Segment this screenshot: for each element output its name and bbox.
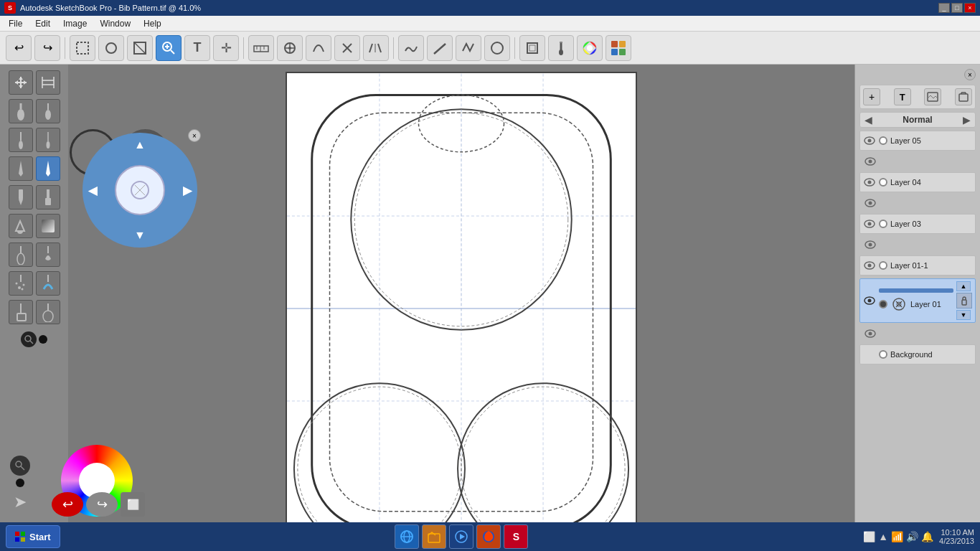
brush-soft-button[interactable] (9, 99, 33, 123)
search-icon-indicator[interactable] (21, 331, 37, 347)
ruler-button[interactable] (248, 35, 274, 61)
notification-icon[interactable]: 🔔 (921, 531, 933, 542)
special-brush-1[interactable] (9, 242, 33, 267)
text-layer-button[interactable]: T (894, 88, 911, 105)
history-back-button[interactable]: ↩ (52, 492, 83, 517)
show-desktop-icon[interactable]: ⬜ (863, 531, 875, 542)
add-layer-button[interactable]: + (863, 88, 880, 105)
layer-item-05[interactable]: Layer 05 (859, 131, 976, 151)
background-radio[interactable] (879, 350, 887, 359)
layer-05-radio[interactable] (879, 136, 887, 145)
select-rect-button[interactable] (70, 35, 95, 61)
nav-down-arrow[interactable]: ▼ (134, 229, 146, 242)
navigator-center[interactable] (115, 165, 165, 215)
color-wheel-button[interactable] (577, 35, 603, 61)
layer-05-eye-2[interactable] (864, 155, 877, 168)
soft-eraser-button[interactable] (36, 300, 60, 324)
delete-layer-button[interactable] (955, 88, 972, 105)
redo-button[interactable]: ↪ (34, 35, 60, 61)
titlebar-controls[interactable]: _ □ × (938, 3, 976, 13)
pen-tool-button[interactable] (9, 156, 33, 181)
layer-01-1-radio[interactable] (879, 261, 887, 270)
taskbar-media[interactable] (449, 524, 473, 549)
layer-05-visibility[interactable] (863, 134, 876, 147)
nav-left-arrow[interactable]: ◀ (88, 184, 97, 197)
layer-04-radio[interactable] (879, 178, 887, 187)
menu-help[interactable]: Help (138, 17, 167, 30)
layer-01-visibility[interactable] (863, 294, 876, 307)
stroke-button[interactable] (398, 35, 424, 61)
flipbook-button[interactable]: ⬜ (121, 492, 145, 517)
history-forward-button[interactable]: ↪ (86, 492, 118, 517)
network-icon[interactable]: 📶 (891, 531, 903, 542)
flat-brush-button[interactable] (36, 185, 60, 209)
layer-down-button[interactable]: ▼ (956, 310, 971, 320)
panel-close-button[interactable]: × (964, 69, 976, 80)
pen-active-button[interactable] (36, 156, 60, 181)
speaker-icon[interactable]: 🔊 (906, 531, 918, 542)
taskbar-explorer[interactable] (422, 524, 446, 549)
zoom-search-icon[interactable] (10, 456, 30, 476)
transform-button[interactable] (334, 35, 360, 61)
nav-right-arrow[interactable]: ▶ (183, 184, 192, 197)
layer-item-03[interactable]: Layer 03 (859, 214, 976, 234)
move-layer-button[interactable] (9, 70, 33, 95)
layer-item-04[interactable]: Layer 04 (859, 172, 976, 192)
lasso-button[interactable] (98, 35, 124, 61)
taskbar-sketchbook[interactable]: S (504, 524, 528, 549)
maximize-button[interactable]: □ (951, 3, 963, 13)
mirror-button[interactable] (363, 35, 389, 61)
symmetry-button[interactable] (277, 35, 303, 61)
line-button[interactable] (427, 35, 453, 61)
layer-item-01[interactable]: Layer 01 ▲ ▼ (859, 278, 976, 323)
blend-prev-button[interactable]: ◀ (864, 114, 872, 126)
navigator-close-button[interactable]: × (188, 129, 201, 142)
taskbar-firefox[interactable] (476, 524, 501, 549)
start-button[interactable]: Start (6, 525, 60, 548)
blend-next-button[interactable]: ▶ (963, 114, 971, 126)
grid-button[interactable] (36, 70, 60, 95)
close-button[interactable]: × (964, 3, 976, 13)
brush-detail-button[interactable] (36, 128, 60, 152)
menu-edit[interactable]: Edit (29, 17, 56, 30)
navigator-wheel[interactable]: ▲ ▼ ◀ ▶ (83, 133, 197, 248)
layer-lock-button[interactable] (956, 293, 972, 309)
menu-window[interactable]: Window (94, 17, 136, 30)
drawing-canvas[interactable] (286, 72, 637, 522)
gradient-button[interactable] (36, 214, 60, 238)
stamp-button[interactable] (519, 35, 545, 61)
fill-tool-button[interactable] (9, 214, 33, 238)
layer-01-1-visibility[interactable] (863, 259, 876, 272)
crop-button[interactable] (127, 35, 153, 61)
image-layer-button[interactable] (924, 88, 941, 105)
layer-03-eye-2[interactable] (864, 238, 877, 251)
layer-03-radio[interactable] (879, 220, 887, 228)
undo-button[interactable]: ↩ (6, 35, 32, 61)
menu-file[interactable]: File (3, 17, 28, 30)
marker-button[interactable] (9, 185, 33, 209)
menu-image[interactable]: Image (57, 17, 93, 30)
layer-04-visibility[interactable] (863, 176, 876, 189)
minimize-button[interactable]: _ (938, 3, 950, 13)
curve-button[interactable] (306, 35, 331, 61)
layer-item-01-1[interactable]: Layer 01-1 (859, 255, 976, 276)
layer-up-button[interactable]: ▲ (956, 281, 971, 291)
brush-hard-button[interactable] (36, 99, 60, 123)
spray-button[interactable] (9, 271, 33, 296)
layer-01-radio[interactable] (879, 300, 887, 309)
text-button[interactable]: T (184, 35, 210, 61)
pen-stroke-button[interactable] (456, 35, 481, 61)
move-button[interactable]: ✛ (213, 35, 239, 61)
eraser-button[interactable] (9, 300, 33, 324)
brush-button[interactable] (548, 35, 574, 61)
zoom-button[interactable] (156, 35, 182, 61)
ellipse-tool-button[interactable] (484, 35, 510, 61)
nav-up-arrow[interactable]: ▲ (134, 138, 146, 151)
palette-button[interactable] (606, 35, 631, 61)
brush-fine-button[interactable] (9, 128, 33, 152)
layer-04-eye-2[interactable] (864, 197, 877, 209)
up-arrow-icon[interactable]: ▲ (878, 531, 888, 542)
taskbar-ie[interactable] (395, 524, 419, 549)
layer-03-visibility[interactable] (863, 217, 876, 230)
background-eye[interactable] (864, 327, 877, 340)
